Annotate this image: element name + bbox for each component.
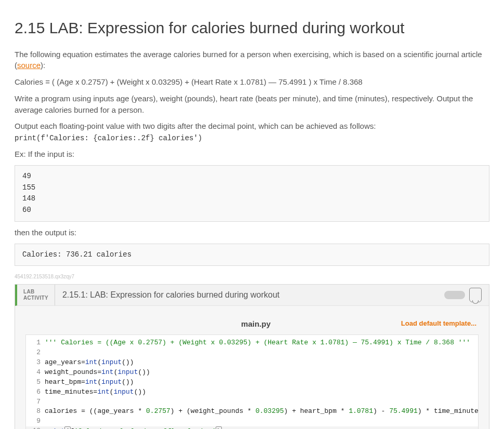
output-hint-text: Output each floating-point value with tw… [15, 122, 376, 130]
example-if-label: Ex: If the input is: [15, 149, 489, 160]
lab-title: 2.15.1: LAB: Expression for calories bur… [55, 285, 437, 305]
intro-paragraph-3: Output each floating-point value with tw… [15, 120, 489, 143]
intro-paragraph-2: Write a program using inputs age (years)… [15, 93, 489, 116]
file-bar: main.py Load default template... [25, 315, 479, 335]
print-hint-code: print(f'Calories: {calories:.2f} calorie… [15, 134, 202, 142]
bookmark-icon[interactable] [469, 288, 482, 302]
intro-text-1b: ): [41, 61, 45, 70]
code-editor[interactable]: 1''' Calories = ((Age x 0.2757) + (Weigh… [25, 334, 479, 429]
intro-paragraph-1: The following equation estimates the ave… [15, 49, 489, 72]
activity-id: 454192.2153518.qx3zqy7 [15, 273, 489, 281]
example-input-block: 49 155 148 60 [15, 165, 489, 222]
file-name: main.py [111, 318, 401, 330]
editor-area: main.py Load default template... 1''' Ca… [15, 306, 489, 429]
intro-text-1a: The following equation estimates the ave… [15, 50, 482, 70]
formula-text: Calories = ( (Age x 0.2757) + (Weight x … [15, 76, 489, 88]
then-output-label: then the output is: [15, 227, 489, 238]
source-link[interactable]: source [17, 61, 41, 70]
load-template-button[interactable]: Load default template... [401, 319, 476, 329]
page-title: 2.15 LAB: Expression for calories burned… [15, 17, 489, 39]
lab-activity-box: LAB ACTIVITY 2.15.1: LAB: Expression for… [15, 284, 489, 429]
lab-header: LAB ACTIVITY 2.15.1: LAB: Expression for… [15, 285, 489, 306]
lab-header-controls [437, 285, 489, 305]
lab-label-line1: LAB [23, 289, 48, 295]
lab-label: LAB ACTIVITY [17, 285, 55, 305]
toggle-switch[interactable] [444, 291, 465, 299]
cursor-icon: ) [216, 426, 222, 429]
example-output-block: Calories: 736.21 calories [15, 244, 489, 266]
lab-label-line2: ACTIVITY [23, 295, 48, 301]
